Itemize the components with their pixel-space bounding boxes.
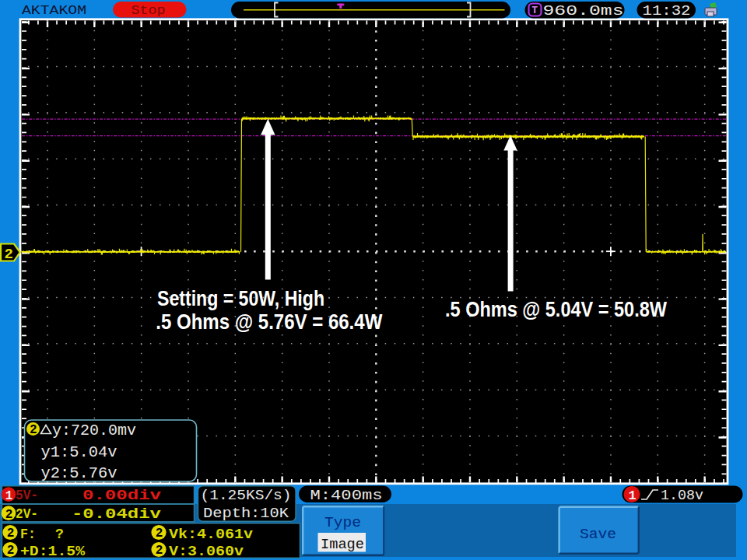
svg-text:2: 2 [5, 508, 13, 522]
svg-text:2: 2 [156, 544, 163, 558]
svg-text:960.0ms: 960.0ms [543, 2, 624, 19]
svg-text:Depth:10K: Depth:10K [203, 506, 289, 521]
svg-text:+D:1.5%: +D:1.5% [20, 544, 85, 559]
svg-text:2: 2 [156, 527, 163, 541]
svg-text:2: 2 [7, 544, 15, 558]
svg-text:Stop: Stop [132, 3, 166, 18]
svg-text:?: ? [55, 527, 64, 542]
svg-text:.5 Ohms @ 5.04V = 50.8W: .5 Ohms @ 5.04V = 50.8W [445, 298, 667, 321]
svg-text:2: 2 [5, 246, 13, 263]
svg-text:M:400ms: M:400ms [310, 488, 383, 503]
svg-text:.5 Ohms @ 5.76V = 66.4W: .5 Ohms @ 5.76V = 66.4W [156, 310, 382, 334]
svg-text:1: 1 [5, 489, 13, 503]
svg-text:y1:5.04v: y1:5.04v [41, 443, 117, 461]
svg-text:1.08v: 1.08v [661, 488, 703, 503]
svg-text:V:3.060v: V:3.060v [169, 544, 244, 559]
svg-text:2: 2 [7, 527, 15, 541]
svg-text:0.00div: 0.00div [82, 488, 161, 503]
svg-text:y2:5.76v: y2:5.76v [41, 464, 117, 482]
svg-text:5V-: 5V- [16, 488, 38, 503]
svg-text:Save: Save [580, 526, 616, 543]
svg-text:Image: Image [321, 536, 364, 553]
svg-text:Vk:4.061v: Vk:4.061v [169, 527, 253, 542]
svg-text:(1.25KS/s): (1.25KS/s) [201, 488, 292, 503]
svg-text:F:: F: [20, 527, 36, 542]
svg-text:Setting = 50W, High: Setting = 50W, High [157, 287, 324, 310]
svg-text:y:720.0mv: y:720.0mv [52, 422, 136, 439]
svg-text:2V-: 2V- [16, 506, 38, 522]
svg-text:AKTAKOM: AKTAKOM [22, 3, 86, 18]
svg-text:Type: Type [324, 514, 361, 531]
svg-text:11:32: 11:32 [643, 2, 691, 19]
svg-text:1: 1 [629, 488, 637, 503]
svg-text:2: 2 [30, 423, 37, 437]
svg-text:-0.04div: -0.04div [72, 506, 161, 522]
svg-text:T: T [531, 5, 538, 16]
